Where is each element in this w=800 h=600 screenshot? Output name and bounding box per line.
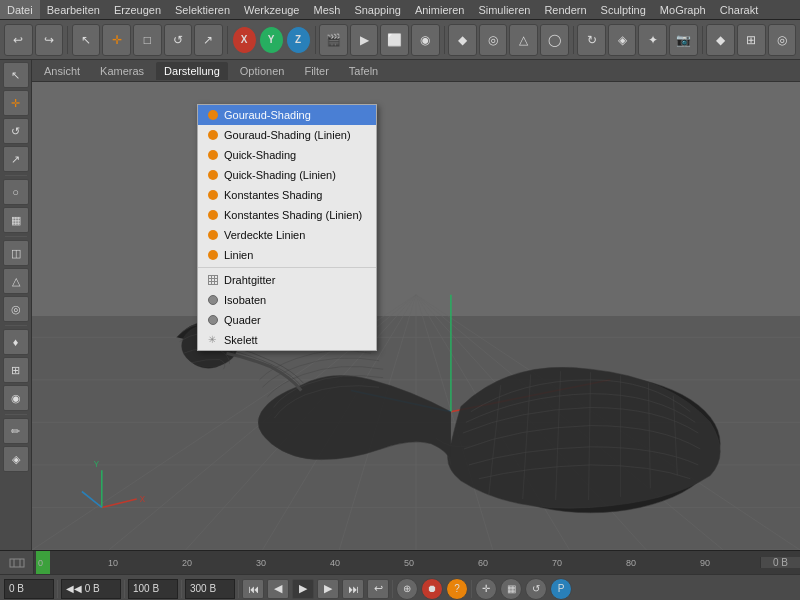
skelett-icon: ✳ xyxy=(208,335,218,345)
prev-frame-button[interactable]: ◀ xyxy=(267,579,289,599)
x-axis-button[interactable]: X xyxy=(232,26,257,54)
timeline-mark-0: 0 xyxy=(38,558,43,568)
viewport[interactable]: Zentralperspektive xyxy=(32,82,800,550)
lt-rotate[interactable]: ↺ xyxy=(3,118,29,144)
cube-button[interactable]: □ xyxy=(133,24,162,56)
timeline-mark-40: 40 xyxy=(330,558,340,568)
lt-scale[interactable]: ↗ xyxy=(3,146,29,172)
transport-sep5 xyxy=(392,580,393,598)
p-button[interactable]: P xyxy=(550,578,572,600)
scale-button[interactable]: ↗ xyxy=(194,24,223,56)
tab-optionen[interactable]: Optionen xyxy=(232,62,293,80)
menu-werkzeuge[interactable]: Werkzeuge xyxy=(237,0,306,19)
y-axis-button[interactable]: Y xyxy=(259,26,284,54)
menu-linien[interactable]: Linien xyxy=(198,245,376,265)
menu-gouraud-linien[interactable]: Gouraud-Shading (Linien) xyxy=(198,125,376,145)
record-circle-button[interactable]: ⏺ xyxy=(421,578,443,600)
transport-field1[interactable]: 0 B xyxy=(4,579,54,599)
lt-spline[interactable]: △ xyxy=(3,268,29,294)
main-area: ↖ ✛ ↺ ↗ ○ ▦ ◫ △ ◎ ♦ ⊞ ◉ ✏ ◈ Ansicht Kame… xyxy=(0,60,800,550)
light-button[interactable]: ✦ xyxy=(638,24,667,56)
menu-animieren[interactable]: Animieren xyxy=(408,0,472,19)
timeline-right-label: 0 B xyxy=(760,557,800,568)
lt-poly[interactable]: ◫ xyxy=(3,240,29,266)
transport-field4[interactable]: 300 B xyxy=(185,579,235,599)
menu-isobaten[interactable]: Isobaten xyxy=(198,290,376,310)
material-button[interactable]: ◈ xyxy=(608,24,637,56)
rotate2-button[interactable]: ↺ xyxy=(525,578,547,600)
add-button[interactable]: ✛ xyxy=(102,24,131,56)
menu-snapping[interactable]: Snapping xyxy=(347,0,408,19)
clapper-button[interactable]: 🎬 xyxy=(319,24,348,56)
menu-konstantes-linien[interactable]: Konstantes Shading (Linien) xyxy=(198,205,376,225)
menu-charakt[interactable]: Charakt xyxy=(713,0,766,19)
to-start-button[interactable]: ⏮ xyxy=(242,579,264,599)
rotate-button[interactable]: ↺ xyxy=(164,24,193,56)
menu-skelett[interactable]: ✳ Skelett xyxy=(198,330,376,350)
misc2-button[interactable]: ⊞ xyxy=(737,24,766,56)
lt-deform[interactable]: ♦ xyxy=(3,329,29,355)
tab-ansicht[interactable]: Ansicht xyxy=(36,62,88,80)
lt-move[interactable]: ✛ xyxy=(3,90,29,116)
tab-darstellung[interactable]: Darstellung xyxy=(156,62,228,80)
konstantes-linien-label: Konstantes Shading (Linien) xyxy=(224,209,362,221)
z-axis-button[interactable]: Z xyxy=(286,26,311,54)
menu-quader[interactable]: Quader xyxy=(198,310,376,330)
menu-rendern[interactable]: Rendern xyxy=(537,0,593,19)
menu-drahtgitter[interactable]: Drahtgitter xyxy=(198,270,376,290)
to-end-button[interactable]: ⏭ xyxy=(342,579,364,599)
play-button[interactable]: ▶ xyxy=(350,24,379,56)
menu-gouraud[interactable]: Gouraud-Shading xyxy=(198,105,376,125)
timeline2-button[interactable]: ▦ xyxy=(500,578,522,600)
gouraud-icon xyxy=(208,110,218,120)
sphere-button[interactable]: ◎ xyxy=(479,24,508,56)
quader-icon xyxy=(208,315,218,325)
snap-circle-button[interactable]: ⊕ xyxy=(396,578,418,600)
lt-select[interactable]: ↖ xyxy=(3,62,29,88)
redo-button[interactable]: ↪ xyxy=(35,24,64,56)
menu-simulieren[interactable]: Simulieren xyxy=(471,0,537,19)
konstantes-linien-icon xyxy=(208,210,218,220)
play-pause-button[interactable]: ▶ xyxy=(292,579,314,599)
transport-field2[interactable]: ◀ ◀ 0 B xyxy=(61,579,121,599)
menu-sculpting[interactable]: Sculpting xyxy=(594,0,653,19)
cone-button[interactable]: △ xyxy=(509,24,538,56)
lt-live[interactable]: ○ xyxy=(3,179,29,205)
cube2-button[interactable]: ◆ xyxy=(448,24,477,56)
deform-button[interactable]: ↻ xyxy=(577,24,606,56)
menu-quick[interactable]: Quick-Shading xyxy=(198,145,376,165)
tab-filter[interactable]: Filter xyxy=(296,62,336,80)
menu-selektieren[interactable]: Selektieren xyxy=(168,0,237,19)
menu-erzeugen[interactable]: Erzeugen xyxy=(107,0,168,19)
record-button[interactable]: ↩ xyxy=(367,579,389,599)
menu-mograph[interactable]: MoGraph xyxy=(653,0,713,19)
circle-button[interactable]: ◉ xyxy=(411,24,440,56)
lt-render[interactable]: ◉ xyxy=(3,385,29,411)
menu-mesh[interactable]: Mesh xyxy=(306,0,347,19)
lt-paint[interactable]: ✏ xyxy=(3,418,29,444)
menu-konstantes[interactable]: Konstantes Shading xyxy=(198,185,376,205)
menu-verdeckte[interactable]: Verdeckte Linien xyxy=(198,225,376,245)
select-button[interactable]: ↖ xyxy=(72,24,101,56)
lt-sculpt[interactable]: ◈ xyxy=(3,446,29,472)
timeline[interactable]: 0 10 20 30 40 50 60 70 80 90 100 0 B xyxy=(0,550,800,574)
menu-datei[interactable]: Datei xyxy=(0,0,40,19)
next-frame-button[interactable]: ▶ xyxy=(317,579,339,599)
undo-button[interactable]: ↩ xyxy=(4,24,33,56)
lt-material[interactable]: ⊞ xyxy=(3,357,29,383)
lt-snap[interactable]: ▦ xyxy=(3,207,29,233)
misc1-button[interactable]: ◆ xyxy=(706,24,735,56)
lt-nurbs[interactable]: ◎ xyxy=(3,296,29,322)
misc3-button[interactable]: ◎ xyxy=(768,24,797,56)
menu-bearbeiten[interactable]: Bearbeiten xyxy=(40,0,107,19)
info-circle-button[interactable]: ? xyxy=(446,578,468,600)
transport-field3[interactable]: 100 B xyxy=(128,579,178,599)
torus-button[interactable]: ◯ xyxy=(540,24,569,56)
camera-button[interactable]: 📷 xyxy=(669,24,698,56)
tab-kameras[interactable]: Kameras xyxy=(92,62,152,80)
frame-button[interactable]: ⬜ xyxy=(380,24,409,56)
move-circle-button[interactable]: ✛ xyxy=(475,578,497,600)
tab-tafeln[interactable]: Tafeln xyxy=(341,62,386,80)
menu-quick-linien[interactable]: Quick-Shading (Linien) xyxy=(198,165,376,185)
timeline-ruler[interactable]: 0 10 20 30 40 50 60 70 80 90 100 xyxy=(34,551,760,574)
